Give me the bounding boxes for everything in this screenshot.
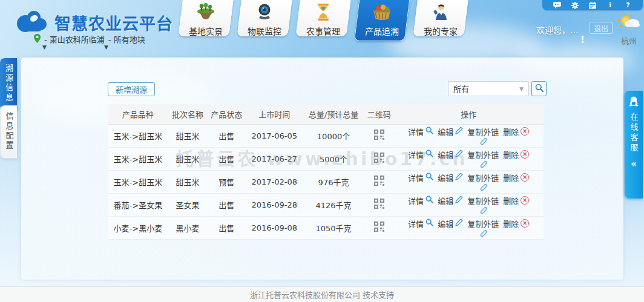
calendar-icon[interactable]	[588, 2, 596, 9]
nav-tab-product-trace[interactable]: 产品追溯	[355, 0, 409, 38]
column-header: 批次名称	[168, 104, 207, 124]
trace-table: 产品品种批次名称产品状态上市时间总量/预计总量二维码操作 玉米->甜玉米 甜玉米…	[108, 104, 544, 240]
delete-link[interactable]: 删除 ×	[503, 218, 529, 229]
sidebar-tab-trace-info[interactable]: 溯源信息	[0, 58, 17, 110]
footer: 浙江托普云农科技股份有限公司 技术支持	[0, 286, 644, 302]
trace-table-head: 产品品种批次名称产品状态上市时间总量/预计总量二维码操作	[108, 104, 544, 124]
cell-date: 2016-09-08	[246, 216, 303, 239]
delete-link[interactable]: 删除 ×	[503, 195, 529, 206]
chevron-down-icon: ▼	[519, 86, 524, 92]
copy-external-link[interactable]: 复制外链	[467, 126, 499, 147]
table-row: 玉米->甜玉米 甜玉米 预售 2017-02-08 976千克 详情 编辑	[108, 170, 544, 193]
delete-link[interactable]: 删除 ×	[503, 172, 529, 183]
gear-icon[interactable]	[571, 2, 579, 9]
cell-variety: 玉米->甜玉米	[108, 170, 168, 193]
qr-code-icon[interactable]	[374, 179, 384, 188]
add-trace-button[interactable]: 新增溯源	[108, 82, 155, 96]
cell-quantity: 976千克	[303, 170, 364, 193]
cell-qrcode	[364, 193, 393, 216]
table-row: 小麦->黑小麦 黑小麦 出售 2016-09-08 1050千克 详情 编辑	[108, 216, 544, 239]
column-header: 操作	[393, 104, 544, 124]
nav-tab-iot-monitor[interactable]: 物联监控	[238, 0, 291, 38]
location-site-select[interactable]: - 萧山农科所临浦	[44, 33, 105, 45]
quick-icon-bar: i ?	[542, 0, 643, 10]
delete-link[interactable]: 删除 ×	[503, 126, 529, 137]
weather-widget[interactable]: 杭州	[616, 12, 642, 46]
cell-quantity: 5000个	[303, 147, 364, 170]
cell-quantity: 10000个	[303, 124, 364, 147]
delete-label: 删除	[503, 149, 519, 160]
column-header: 总量/预计总量	[303, 104, 364, 124]
info-icon[interactable]: i	[606, 2, 614, 9]
cell-qrcode	[364, 147, 393, 170]
qr-code-icon[interactable]	[374, 225, 384, 234]
sidebar-tab-label: 溯源信息	[4, 64, 13, 103]
delete-label: 删除	[503, 195, 519, 206]
logout-button[interactable]: 退出	[590, 22, 613, 34]
filter-select[interactable]: 所有 ▼	[448, 81, 529, 96]
cell-actions: 详情 编辑 复制外链 删除 ×	[393, 193, 544, 216]
webcam-icon	[255, 3, 274, 24]
paperclip-icon	[479, 229, 487, 239]
collapse-chevron-icon[interactable]: «	[631, 159, 637, 169]
delete-circle-icon: ×	[521, 150, 529, 159]
location-plot-caret-icon[interactable]: ▼	[104, 44, 108, 50]
chat-icon[interactable]	[553, 2, 561, 9]
nav-tab-farm-management[interactable]: 农事管理	[297, 0, 350, 38]
edit-link[interactable]: 编辑	[438, 126, 463, 137]
cell-date: 2016-09-28	[246, 193, 303, 216]
cell-batch: 甜玉米	[168, 147, 207, 170]
detail-link[interactable]: 详情	[408, 195, 433, 206]
edit-link[interactable]: 编辑	[438, 149, 463, 160]
delete-link[interactable]: 删除 ×	[503, 149, 529, 160]
cell-batch: 甜玉米	[168, 170, 207, 193]
online-service-tab[interactable]: 在线客服 «	[625, 91, 643, 199]
location-site-caret-icon[interactable]: ▼	[42, 44, 47, 50]
detail-link[interactable]: 详情	[408, 149, 433, 160]
delete-circle-icon: ×	[521, 219, 529, 228]
copy-external-link[interactable]: 复制外链	[467, 218, 499, 239]
qr-code-icon[interactable]	[374, 133, 384, 142]
nav-tab-label: 物联监控	[248, 25, 281, 37]
copy-external-link[interactable]: 复制外链	[467, 172, 499, 193]
qr-code-icon[interactable]	[374, 202, 384, 211]
online-service-label: 在线客服	[628, 113, 640, 154]
column-header: 产品状态	[207, 104, 246, 124]
cell-quantity: 4126千克	[303, 193, 364, 216]
cell-qrcode	[364, 216, 393, 239]
location-plot-select[interactable]: - 所有地块	[108, 33, 145, 45]
cell-actions: 详情 编辑 复制外链 删除 ×	[393, 124, 544, 147]
edit-link[interactable]: 编辑	[438, 218, 463, 229]
pencil-icon	[455, 195, 463, 205]
edit-link[interactable]: 编辑	[438, 195, 463, 206]
magnifier-icon	[426, 172, 433, 182]
sidebar-tab-label: 信息配置	[4, 112, 14, 151]
qr-code-icon[interactable]	[374, 156, 384, 165]
copy-link-label: 复制外链	[467, 149, 499, 160]
help-icon[interactable]: ?	[624, 2, 632, 9]
copy-external-link[interactable]: 复制外链	[467, 195, 499, 216]
cell-status: 出售	[207, 124, 246, 147]
cell-qrcode	[364, 170, 393, 193]
edit-label: 编辑	[438, 218, 453, 229]
nav-tab-base-view[interactable]: 基地实景	[179, 0, 232, 38]
magnifier-icon	[426, 218, 433, 228]
weather-city: 杭州	[616, 34, 642, 46]
cell-quantity: 1050千克	[303, 216, 364, 239]
nav-tab-my-expert[interactable]: 我的专家	[414, 0, 467, 38]
detail-link[interactable]: 详情	[408, 172, 433, 183]
cell-date: 2017-02-08	[246, 170, 303, 193]
detail-link[interactable]: 详情	[408, 218, 433, 229]
filter-select-value: 所有	[453, 83, 469, 94]
pencil-icon	[455, 172, 463, 182]
edit-link[interactable]: 编辑	[438, 172, 463, 183]
sidebar-tab-info-config[interactable]: 信息配置	[0, 105, 17, 159]
copy-external-link[interactable]: 复制外链	[467, 149, 499, 170]
detail-link[interactable]: 详情	[408, 126, 433, 137]
nav-tab-label: 农事管理	[306, 25, 340, 37]
search-button[interactable]	[531, 81, 547, 96]
welcome-text: 欢迎您，...	[536, 24, 578, 36]
cell-variety: 小麦->黑小麦	[108, 216, 168, 239]
search-icon	[535, 83, 544, 94]
table-row: 玉米->甜玉米 甜玉米 出售 2017-06-05 10000个 详情 编辑	[108, 124, 544, 147]
